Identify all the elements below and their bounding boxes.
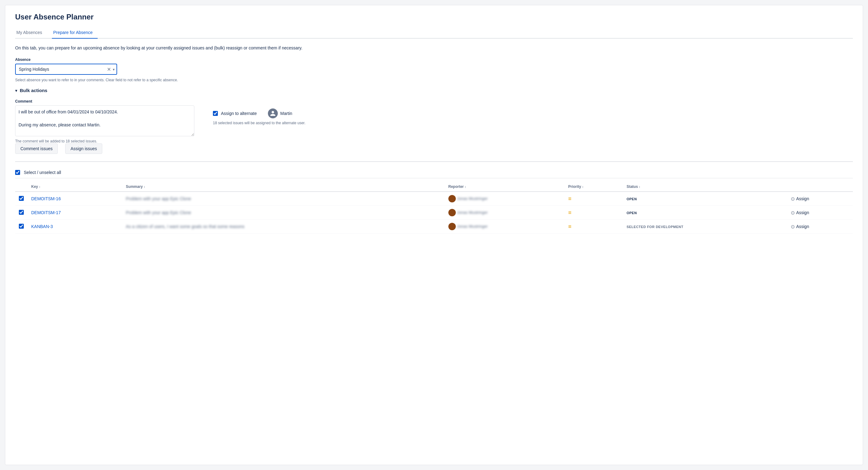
page-title: User Absence Planner (15, 13, 853, 21)
select-all-label: Select / unselect all (24, 170, 61, 175)
row-3-reporter: Jonas Mustringer (445, 220, 564, 233)
row-3-status: SELECTED FOR DEVELOPMENT (623, 220, 787, 233)
reporter-avatar (448, 195, 456, 202)
assign-icon: ⊙ (791, 210, 795, 216)
col-priority[interactable]: Priority (564, 182, 623, 192)
row-1-reporter: Jonas Mustringer (445, 192, 564, 206)
assign-row-button[interactable]: ⊙ Assign (791, 196, 849, 202)
alternate-user-display: Martin (268, 108, 292, 118)
issue-key-link[interactable]: DEMOITSM-16 (31, 196, 61, 201)
reporter-name: Jonas Mustringer (457, 196, 488, 201)
assign-checkbox-row: Assign to alternate Martin (213, 108, 853, 118)
assign-icon: ⊙ (791, 196, 795, 202)
issue-key-link[interactable]: DEMOITSM-17 (31, 210, 61, 215)
row-2-reporter: Jonas Mustringer (445, 206, 564, 220)
row-1-priority: ≡ (564, 192, 623, 206)
table-row: DEMOITSM-17 Problem with your app Epic C… (15, 206, 853, 220)
tab-description: On this tab, you can prepare for an upco… (15, 45, 853, 51)
reporter-name: Jonas Mustringer (457, 210, 488, 215)
status-badge: OPEN (627, 197, 637, 201)
row-3-summary: As a citizen of users, I want some goals… (122, 220, 444, 233)
select-all-checkbox[interactable] (15, 170, 20, 175)
row-1-status: OPEN (623, 192, 787, 206)
tab-prepare-for-absence[interactable]: Prepare for Absence (52, 28, 98, 39)
comment-label: Comment (15, 99, 194, 103)
row-2-status: OPEN (623, 206, 787, 220)
absence-select[interactable]: Spring Holidays (15, 64, 117, 75)
row-1-key: DEMOITSM-16 (28, 192, 122, 206)
absence-select-wrapper: Spring Holidays ✕ ▾ (15, 64, 117, 75)
col-key[interactable]: Key (28, 182, 122, 192)
absence-select-hint: Select absence you want to refer to in y… (15, 77, 853, 83)
status-badge: OPEN (627, 211, 637, 215)
comment-textarea[interactable]: I will be out of office from 04/01/2024 … (15, 105, 194, 136)
actions-area: Comment I will be out of office from 04/… (15, 99, 853, 144)
reporter-avatar (448, 223, 456, 230)
bulk-actions-body: Comment I will be out of office from 04/… (15, 99, 853, 154)
bulk-action-buttons: Comment issues Assign issues (15, 144, 853, 154)
reporter-name: Jonas Mustringer (457, 224, 488, 229)
col-action (787, 182, 853, 192)
priority-medium-icon: ≡ (568, 196, 572, 202)
assign-row-button[interactable]: ⊙ Assign (791, 210, 849, 216)
row-checkbox-cell (15, 192, 28, 206)
issue-summary-text: As a citizen of users, I want some goals… (126, 224, 244, 229)
section-divider (15, 161, 853, 162)
assign-info-text: 18 selected issues will be assigned to t… (213, 121, 853, 125)
priority-medium-icon: ≡ (568, 223, 572, 229)
priority-medium-icon: ≡ (568, 210, 572, 216)
table-row: KANBAN-3 As a citizen of users, I want s… (15, 220, 853, 233)
row-2-key: DEMOITSM-17 (28, 206, 122, 220)
assign-to-alternate-label: Assign to alternate (221, 111, 257, 116)
issue-key-link[interactable]: KANBAN-3 (31, 224, 53, 229)
assign-section: Assign to alternate Martin 18 selected i… (213, 99, 853, 125)
reporter-avatar (448, 209, 456, 216)
table-row: DEMOITSM-16 Problem with your app Epic C… (15, 192, 853, 206)
clear-icon[interactable]: ✕ (107, 66, 111, 72)
comment-section: Comment I will be out of office from 04/… (15, 99, 194, 144)
absence-field-label: Absence (15, 58, 853, 62)
comment-info-text: The comment will be added to 18 selected… (15, 139, 194, 144)
tab-my-absences[interactable]: My Absences (15, 28, 47, 39)
row-1-checkbox[interactable] (19, 196, 24, 201)
alternate-user-name: Martin (280, 111, 292, 116)
row-checkbox-cell (15, 220, 28, 233)
bulk-actions-header[interactable]: ▾ Bulk actions (15, 88, 853, 93)
tabs-bar: My Absences Prepare for Absence (15, 28, 853, 39)
assign-issues-button[interactable]: Assign issues (65, 144, 102, 154)
col-status[interactable]: Status (623, 182, 787, 192)
row-1-action: ⊙ Assign (787, 192, 853, 206)
bulk-actions-label: Bulk actions (20, 88, 47, 93)
row-3-priority: ≡ (564, 220, 623, 233)
select-all-row: Select / unselect all (15, 167, 853, 178)
col-reporter[interactable]: Reporter (445, 182, 564, 192)
comment-issues-button[interactable]: Comment issues (15, 144, 58, 154)
issue-summary-text: Problem with your app Epic Clone (126, 210, 191, 215)
assign-row-button[interactable]: ⊙ Assign (791, 224, 849, 229)
assign-icon: ⊙ (791, 224, 795, 229)
status-badge: SELECTED FOR DEVELOPMENT (627, 225, 684, 229)
row-3-checkbox[interactable] (19, 224, 24, 229)
row-3-key: KANBAN-3 (28, 220, 122, 233)
alternate-user-avatar (268, 108, 278, 118)
row-2-action: ⊙ Assign (787, 206, 853, 220)
bulk-actions-chevron-icon: ▾ (15, 88, 17, 93)
assign-to-alternate-checkbox[interactable] (213, 111, 218, 116)
col-summary[interactable]: Summary (122, 182, 444, 192)
issue-summary-text: Problem with your app Epic Clone (126, 196, 191, 201)
row-checkbox-cell (15, 206, 28, 220)
row-2-priority: ≡ (564, 206, 623, 220)
col-checkbox (15, 182, 28, 192)
table-body: DEMOITSM-16 Problem with your app Epic C… (15, 192, 853, 233)
row-3-action: ⊙ Assign (787, 220, 853, 233)
row-1-summary: Problem with your app Epic Clone (122, 192, 444, 206)
row-2-checkbox[interactable] (19, 210, 24, 215)
table-header: Key Summary Reporter Priority Status (15, 182, 853, 192)
issues-table: Key Summary Reporter Priority Status DEM… (15, 182, 853, 233)
row-2-summary: Problem with your app Epic Clone (122, 206, 444, 220)
